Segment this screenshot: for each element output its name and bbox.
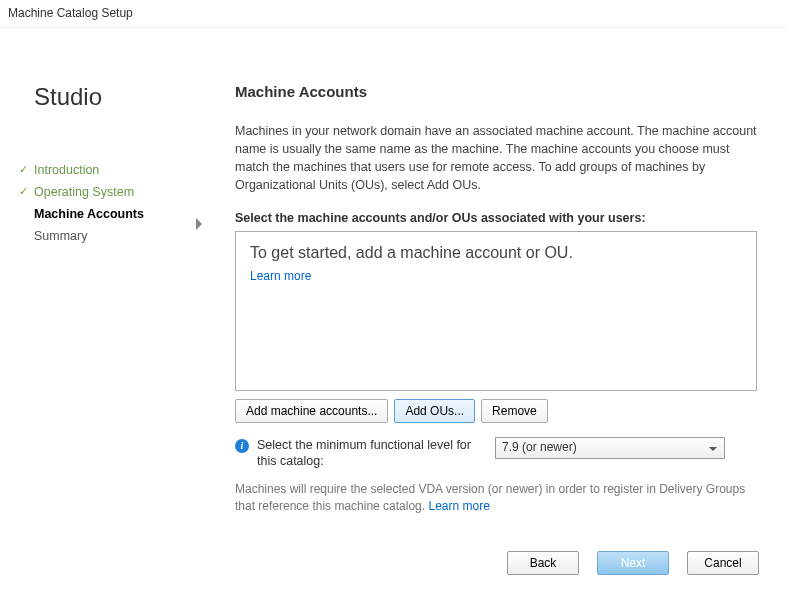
back-button[interactable]: Back [507, 551, 579, 575]
functional-level-value: 7.9 (or newer) [502, 440, 577, 454]
info-icon: i [235, 439, 249, 453]
empty-state-prompt: To get started, add a machine account or… [250, 244, 742, 262]
add-machine-accounts-button[interactable]: Add machine accounts... [235, 399, 388, 423]
vda-footnote-text: Machines will require the selected VDA v… [235, 482, 745, 513]
step-introduction[interactable]: Introduction [34, 159, 205, 181]
brand-title: Studio [34, 83, 205, 111]
wizard-step-list: Introduction Operating System Machine Ac… [34, 159, 205, 247]
window-title: Machine Catalog Setup [0, 0, 787, 28]
vda-footnote: Machines will require the selected VDA v… [235, 481, 757, 515]
learn-more-link[interactable]: Learn more [250, 269, 311, 283]
step-operating-system[interactable]: Operating System [34, 181, 205, 203]
step-summary[interactable]: Summary [34, 225, 205, 247]
step-pointer-icon [196, 218, 202, 230]
next-button[interactable]: Next [597, 551, 669, 575]
functional-level-select[interactable]: 7.9 (or newer) [495, 437, 725, 459]
functional-level-label: Select the minimum functional level for … [257, 437, 487, 470]
remove-button[interactable]: Remove [481, 399, 548, 423]
accounts-listbox[interactable]: To get started, add a machine account or… [235, 231, 757, 391]
add-ous-button[interactable]: Add OUs... [394, 399, 475, 423]
accounts-list-label: Select the machine accounts and/or OUs a… [235, 211, 757, 225]
step-machine-accounts[interactable]: Machine Accounts [34, 203, 205, 225]
cancel-button[interactable]: Cancel [687, 551, 759, 575]
page-heading: Machine Accounts [235, 83, 757, 100]
vda-learn-more-link[interactable]: Learn more [428, 499, 489, 513]
page-description: Machines in your network domain have an … [235, 122, 757, 195]
